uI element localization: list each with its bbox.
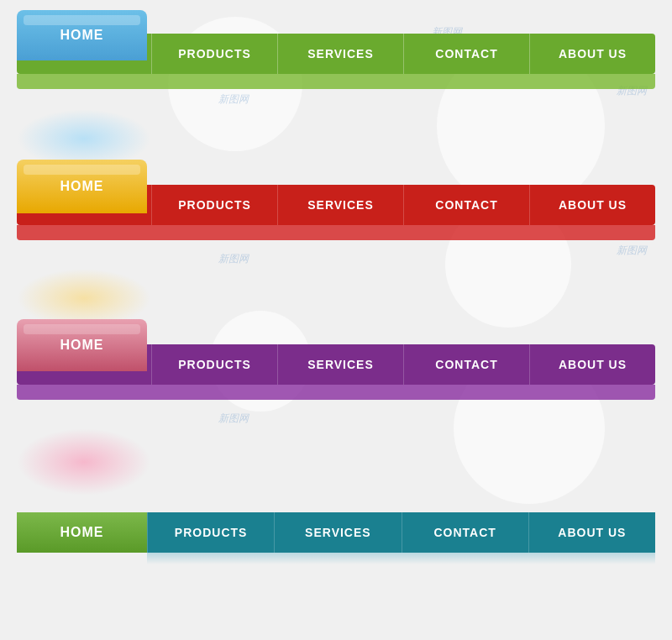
nav-item-products-2[interactable]: PRODUCTS [151, 185, 277, 225]
home-tab-purple[interactable]: HOME [17, 319, 147, 371]
navbar-red: HOME PRODUCTS SERVICES CONTACT ABOUT US [17, 185, 655, 225]
nav-item-services-1[interactable]: SERVICES [277, 34, 403, 74]
nav-item-aboutus-4[interactable]: ABOUT US [528, 512, 655, 553]
nav4-row: HOME PRODUCTS SERVICES CONTACT ABOUT US [17, 512, 655, 553]
home-tab-green[interactable]: HOME [17, 10, 147, 60]
home-tab-red[interactable]: HOME [17, 160, 147, 213]
nav-item-contact-2[interactable]: CONTACT [403, 185, 529, 225]
watermark-2: 新图网 [617, 244, 647, 258]
nav-item-services-3[interactable]: SERVICES [277, 344, 403, 385]
nav-item-aboutus-3[interactable]: ABOUT US [529, 344, 655, 385]
nav-item-contact-1[interactable]: CONTACT [403, 34, 529, 74]
nav-item-services-2[interactable]: SERVICES [277, 185, 403, 225]
nav-item-contact-3[interactable]: CONTACT [403, 344, 529, 385]
nav-item-aboutus-1[interactable]: ABOUT US [529, 34, 655, 74]
navbar-purple: HOME PRODUCTS SERVICES CONTACT ABOUT US [17, 344, 655, 385]
navbar-green: HOME PRODUCTS SERVICES CONTACT ABOUT US [17, 34, 655, 74]
nav-item-aboutus-2[interactable]: ABOUT US [529, 185, 655, 225]
watermark-5: 新图网 [218, 412, 249, 426]
watermark-6: 新图网 [218, 252, 249, 266]
nav-item-contact-4[interactable]: CONTACT [402, 512, 528, 553]
menu-bar-teal: PRODUCTS SERVICES CONTACT ABOUT US [147, 512, 655, 553]
nav-item-products-4[interactable]: PRODUCTS [147, 512, 274, 553]
navbar-teal: HOME PRODUCTS SERVICES CONTACT ABOUT US [17, 512, 655, 553]
home-tab-teal[interactable]: HOME [17, 512, 147, 553]
nav-item-products-1[interactable]: PRODUCTS [151, 34, 277, 74]
nav-item-services-4[interactable]: SERVICES [274, 512, 401, 553]
nav-item-products-3[interactable]: PRODUCTS [151, 344, 277, 385]
